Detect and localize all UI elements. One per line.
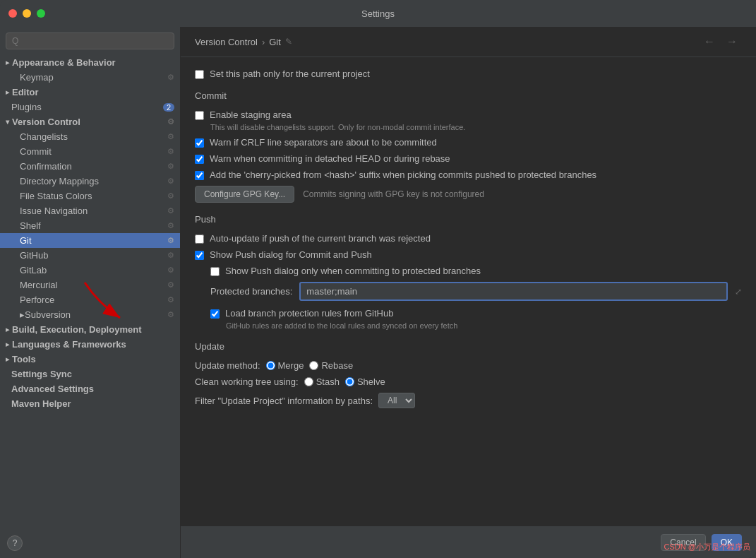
minimize-button[interactable] xyxy=(23,9,31,18)
help-button[interactable]: ? xyxy=(7,535,23,551)
show-push-protected-label: Show Push dialog only when committing to… xyxy=(225,266,481,276)
staging-area-hint: This will disable changelists support. O… xyxy=(210,123,742,131)
panel-body: Set this path only for the current proje… xyxy=(181,57,756,526)
clean-working-tree-label: Clean working tree using: xyxy=(195,376,299,387)
sidebar-item-subversion[interactable]: ▸ Subversion ⚙ xyxy=(0,307,180,322)
expand-icon: ▸ xyxy=(6,355,9,363)
sidebar-item-tools[interactable]: ▸ Tools xyxy=(0,352,180,367)
sidebar-item-directory-mappings[interactable]: Directory Mappings ⚙ xyxy=(0,174,180,189)
close-button[interactable] xyxy=(8,9,17,18)
expand-icon: ▸ xyxy=(6,88,9,96)
ok-button[interactable]: OK xyxy=(712,534,742,551)
load-protection-rules-row: Load branch protection rules from GitHub xyxy=(210,308,742,319)
sidebar: ▸ Appearance & Behavior Keymap ⚙ ▸ Edito… xyxy=(0,27,181,558)
auto-update-checkbox[interactable] xyxy=(195,235,204,244)
sidebar-item-build[interactable]: ▸ Build, Execution, Deployment xyxy=(0,322,180,337)
sidebar-item-perforce[interactable]: Perforce ⚙ xyxy=(0,292,180,307)
sidebar-item-confirmation[interactable]: Confirmation ⚙ xyxy=(0,159,180,174)
sidebar-item-issue-navigation[interactable]: Issue Navigation ⚙ xyxy=(0,203,180,218)
expand-icon: ▸ xyxy=(6,326,9,333)
nav-forward-button[interactable]: → xyxy=(722,34,742,49)
warn-crlf-row: Warn if CRLF line separators are about t… xyxy=(195,137,742,148)
path-checkbox-label: Set this path only for the current proje… xyxy=(210,69,370,79)
show-push-dialog-checkbox[interactable] xyxy=(195,251,204,260)
sidebar-item-editor[interactable]: ▸ Editor xyxy=(0,85,180,100)
shelve-radio[interactable] xyxy=(345,377,354,386)
staging-area-checkbox[interactable] xyxy=(195,111,204,120)
auto-update-label: Auto-update if push of the current branc… xyxy=(210,233,431,244)
gpg-status-text: Commits signing with GPG key is not conf… xyxy=(303,189,484,199)
edit-icon[interactable]: ✎ xyxy=(285,37,292,47)
sidebar-item-maven-helper[interactable]: Maven Helper xyxy=(0,396,180,411)
settings-icon: ⚙ xyxy=(167,147,174,156)
protected-branches-input[interactable] xyxy=(299,282,728,301)
configure-gpg-button[interactable]: Configure GPG Key... xyxy=(195,186,294,203)
sidebar-item-github[interactable]: GitHub ⚙ xyxy=(0,248,180,263)
protected-branches-row: Protected branches: ⤢ xyxy=(210,282,742,301)
expand-icon: ▸ xyxy=(20,309,25,320)
load-protection-rules-hint: GitHub rules are added to the local rule… xyxy=(226,321,742,330)
path-checkbox[interactable] xyxy=(195,70,204,79)
update-section-title: Update xyxy=(195,341,742,352)
stash-radio-label[interactable]: Stash xyxy=(304,376,340,387)
shelve-radio-label[interactable]: Shelve xyxy=(345,376,385,387)
rebase-radio[interactable] xyxy=(309,361,318,370)
maximize-button[interactable] xyxy=(37,9,45,18)
sidebar-item-mercurial[interactable]: Mercurial ⚙ xyxy=(0,278,180,292)
rebase-radio-label[interactable]: Rebase xyxy=(309,360,353,371)
merge-radio[interactable] xyxy=(266,361,275,370)
breadcrumb-separator: › xyxy=(262,37,265,47)
warn-detached-checkbox[interactable] xyxy=(195,155,204,164)
settings-window: Settings ▸ Appearance & Behavior Keymap … xyxy=(0,0,756,558)
sidebar-item-settings-sync[interactable]: Settings Sync xyxy=(0,367,180,381)
sidebar-item-gitlab[interactable]: GitLab ⚙ xyxy=(0,263,180,278)
update-method-label: Update method: xyxy=(195,360,260,371)
breadcrumb-current: Git xyxy=(269,37,281,47)
gpg-row: Configure GPG Key... Commits signing wit… xyxy=(195,186,742,203)
push-section-title: Push xyxy=(195,214,742,225)
breadcrumb-parent[interactable]: Version Control xyxy=(195,37,258,47)
sidebar-item-commit[interactable]: Commit ⚙ xyxy=(0,144,180,159)
expand-icon: ▾ xyxy=(6,118,9,126)
sidebar-item-keymap[interactable]: Keymap ⚙ xyxy=(0,70,180,85)
sidebar-item-git[interactable]: Git ⚙ xyxy=(0,233,180,248)
sidebar-item-changelists[interactable]: Changelists ⚙ xyxy=(0,129,180,144)
settings-icon: ⚙ xyxy=(167,73,174,82)
load-protection-rules-label: Load branch protection rules from GitHub xyxy=(225,308,393,319)
settings-icon-vc: ⚙ xyxy=(167,117,174,126)
sidebar-item-languages[interactable]: ▸ Languages & Frameworks xyxy=(0,337,180,352)
show-push-protected-checkbox[interactable] xyxy=(210,267,220,276)
show-push-dialog-row: Show Push dialog for Commit and Push xyxy=(195,249,742,260)
help-icon: ? xyxy=(13,538,18,548)
stash-radio[interactable] xyxy=(304,377,313,386)
sidebar-item-appearance[interactable]: ▸ Appearance & Behavior xyxy=(0,55,180,70)
commit-section-title: Commit xyxy=(195,90,742,101)
merge-radio-label[interactable]: Merge xyxy=(266,360,304,371)
filter-update-select[interactable]: All xyxy=(378,393,415,408)
sidebar-item-plugins[interactable]: Plugins 2 xyxy=(0,100,180,114)
settings-icon: ⚙ xyxy=(167,191,174,201)
settings-icon: ⚙ xyxy=(167,162,174,171)
cancel-button[interactable]: Cancel xyxy=(661,534,705,551)
search-input[interactable] xyxy=(6,32,174,49)
settings-icon: ⚙ xyxy=(167,266,174,275)
settings-icon: ⚙ xyxy=(167,221,174,230)
sidebar-item-advanced-settings[interactable]: Advanced Settings xyxy=(0,381,180,396)
sidebar-item-file-status-colors[interactable]: File Status Colors ⚙ xyxy=(0,189,180,203)
settings-icon: ⚙ xyxy=(167,295,174,304)
sidebar-item-version-control[interactable]: ▾ Version Control ⚙ xyxy=(0,114,180,129)
window-controls xyxy=(8,9,45,18)
cherry-pick-label: Add the 'cherry-picked from <hash>' suff… xyxy=(210,170,596,180)
main-panel: Version Control › Git ✎ ← → Set this pat… xyxy=(181,27,756,558)
settings-icon: ⚙ xyxy=(167,236,174,245)
sidebar-item-shelf[interactable]: Shelf ⚙ xyxy=(0,218,180,233)
expand-protected-icon[interactable]: ⤢ xyxy=(735,287,742,297)
cherry-pick-checkbox[interactable] xyxy=(195,171,204,180)
warn-crlf-checkbox[interactable] xyxy=(195,138,204,148)
warn-detached-label: Warn when committing in detached HEAD or… xyxy=(210,153,450,164)
warn-crlf-label: Warn if CRLF line separators are about t… xyxy=(210,137,437,148)
nav-back-button[interactable]: ← xyxy=(700,34,719,49)
load-protection-rules-checkbox[interactable] xyxy=(210,309,220,319)
footer-buttons: Cancel OK xyxy=(181,526,756,558)
auto-update-row: Auto-update if push of the current branc… xyxy=(195,233,742,244)
